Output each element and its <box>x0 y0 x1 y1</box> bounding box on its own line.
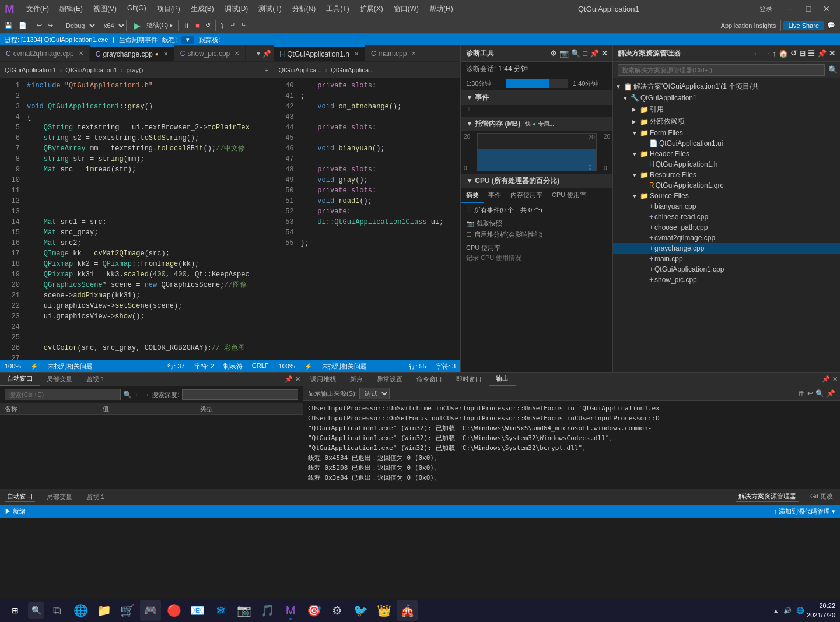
filter-icon[interactable]: ☰ <box>466 206 472 214</box>
search-icon[interactable]: 🔍 <box>123 391 132 399</box>
tab-show-pic[interactable]: C show_pic.cpp ✕ <box>174 45 246 61</box>
taskbar-icon-16[interactable]: 👑 <box>373 600 394 621</box>
menu-window[interactable]: 窗口(W) <box>389 3 424 15</box>
tab-immediate[interactable]: 即时窗口 <box>449 373 489 386</box>
sol-refresh-icon[interactable]: ↺ <box>790 49 797 58</box>
taskbar-icon-15[interactable]: 🐦 <box>350 600 371 621</box>
tab-graychange[interactable]: C graychange.cpp ● ✕ <box>90 45 174 61</box>
tree-chinese-read-cpp[interactable]: + chinese-read.cpp <box>613 212 840 222</box>
btab-locals[interactable]: 局部变量 <box>44 493 75 501</box>
run-button[interactable]: ▶ <box>132 20 143 31</box>
output-find-icon[interactable]: 🔍 <box>816 389 824 398</box>
tree-main-cpp[interactable]: + main.cpp <box>613 254 840 264</box>
tree-h-file[interactable]: H QtGuiApplication1.h <box>613 159 840 170</box>
menu-view[interactable]: 视图(V) <box>89 3 121 15</box>
tree-project[interactable]: ▼ 🔧 QtGuiApplication1 <box>613 93 840 103</box>
tab-close-icon[interactable]: ✕ <box>411 50 416 57</box>
tab-new-point[interactable]: 新点 <box>343 373 370 386</box>
tree-ui-file[interactable]: 📄 QtGuiApplication1.ui <box>613 138 840 149</box>
restart-button[interactable]: ↺ <box>203 20 213 30</box>
close-button[interactable]: ✕ <box>818 1 835 17</box>
output-close-icon[interactable]: ✕ <box>832 375 838 383</box>
tab-locals[interactable]: 局部变量 <box>40 373 79 386</box>
tray-volume-icon[interactable]: 🔊 <box>783 607 792 614</box>
breadcrumb-method[interactable]: gray() <box>127 66 144 73</box>
tree-header-files[interactable]: ▼ 📁 Header Files <box>613 149 840 159</box>
taskbar-store[interactable]: 🛒 <box>117 600 138 621</box>
output-pin-icon[interactable]: 📌 <box>822 375 830 383</box>
tab-close-icon[interactable]: ✕ <box>163 51 168 57</box>
tab-output[interactable]: 输出 <box>489 373 516 386</box>
taskbar-task-view[interactable]: ⧉ <box>47 600 68 621</box>
menu-analyze[interactable]: 分析(N) <box>288 3 321 15</box>
search-icon[interactable]: 🔍 <box>828 65 838 74</box>
tree-show-pic-cpp[interactable]: + show_pic.cpp <box>613 275 840 285</box>
taskbar-icon-14[interactable]: ⚙ <box>327 600 348 621</box>
tray-arrow-icon[interactable]: ▲ <box>773 607 779 614</box>
tree-external-deps[interactable]: ▶ 📁 外部依赖项 <box>613 115 840 128</box>
autos-pin-icon[interactable]: 📌 <box>285 375 293 383</box>
tree-bianyuan-cpp[interactable]: + bianyuan.cpp <box>613 201 840 212</box>
menu-file[interactable]: 文件(F) <box>22 3 54 15</box>
tree-resource-files[interactable]: ▼ 📁 Resource Files <box>613 170 840 180</box>
debug-mode-select[interactable]: Debug <box>61 20 97 31</box>
start-button[interactable]: ⊞ <box>5 600 26 621</box>
tab-main-cpp[interactable]: C main.cpp ✕ <box>365 45 424 61</box>
diag-expand-icon[interactable]: □ <box>583 49 587 58</box>
step-into[interactable]: ⤶ <box>228 20 237 30</box>
tab-close-icon[interactable]: ✕ <box>354 51 359 57</box>
minimize-button[interactable]: ─ <box>782 1 799 17</box>
menu-git[interactable]: Git(G) <box>123 3 151 15</box>
maximize-button[interactable]: □ <box>800 1 817 17</box>
taskbar-icon-6[interactable]: 🎮 <box>140 600 161 621</box>
tab-command[interactable]: 命令窗口 <box>410 373 449 386</box>
pause-button[interactable]: ⏸ <box>181 21 192 30</box>
diag-settings-icon[interactable]: ⚙ <box>550 49 557 58</box>
sol-pin-icon[interactable]: 📌 <box>817 49 827 58</box>
btab-solution-explorer[interactable]: 解决方案资源管理器 <box>736 492 799 502</box>
taskbar-edge[interactable]: 🌐 <box>70 600 91 621</box>
checkbox-icon[interactable]: ☐ <box>466 231 472 238</box>
tree-graychange-cpp[interactable]: + graychange.cpp <box>613 243 840 254</box>
tab-close-icon[interactable]: ✕ <box>235 50 239 57</box>
menu-project[interactable]: 项目(P) <box>152 3 185 15</box>
tab-qtguiapplication-h[interactable]: H QtGuiApplication1.h ✕ <box>274 45 365 61</box>
platform-select[interactable]: x64 <box>99 20 127 31</box>
menu-test[interactable]: 测试(T) <box>254 3 286 15</box>
breadcrumb-class2[interactable]: QtGuiApplica... <box>331 66 374 73</box>
sol-back-icon[interactable]: ← <box>753 49 761 58</box>
breadcrumb-class[interactable]: QtGuiApplication1 <box>65 66 117 73</box>
thread-label[interactable]: 线程: <box>162 36 177 44</box>
tree-qrc-file[interactable]: R QtGuiApplication1.qrc <box>613 180 840 191</box>
autos-close-icon[interactable]: ✕ <box>295 375 300 383</box>
tree-cvmat2qtimage-cpp[interactable]: + cvmat2qtimage.cpp <box>613 233 840 243</box>
taskbar-icon-10[interactable]: 📷 <box>233 600 254 621</box>
left-code-editor[interactable]: 1 #include "QtGuiApplication1.h" 2 3 voi… <box>0 78 274 360</box>
thread-dropdown[interactable]: ▾ <box>181 36 194 44</box>
diag-tab-events[interactable]: 事件 <box>484 188 506 203</box>
breadcrumb-class1[interactable]: QtGuiApplica... <box>279 66 322 73</box>
tree-source-files[interactable]: ▼ 📁 Source Files <box>613 191 840 201</box>
toolbar-new[interactable]: 📄 <box>16 20 29 30</box>
right-code-editor[interactable]: 40 private slots: 41 ; 42 void on_btncha… <box>274 78 460 360</box>
taskbar-search-button[interactable]: 🔍 <box>28 602 44 619</box>
tab-watch1[interactable]: 监视 1 <box>79 373 111 386</box>
nav-back-icon[interactable]: ← <box>134 391 141 398</box>
tree-root[interactable]: ▼ 📋 解决方案'QtGuiApplication1'(1 个项目/共 <box>613 80 840 93</box>
login-button[interactable]: 登录 <box>760 5 772 13</box>
toolbar-save[interactable]: 💾 <box>2 20 15 30</box>
taskbar-clock[interactable]: 20:22 2021/7/20 <box>807 601 835 620</box>
output-pin-icon[interactable]: 📌 <box>827 389 835 398</box>
menu-debug[interactable]: 调试(D) <box>220 3 253 15</box>
run-label[interactable]: 继续(C) ▸ <box>144 20 176 31</box>
menu-help[interactable]: 帮助(H) <box>425 3 458 15</box>
output-wrap-icon[interactable]: ↩ <box>807 389 813 398</box>
tab-cvmat2qtimage[interactable]: C cvmat2qtimage.cpp ✕ <box>0 45 90 61</box>
taskbar-icon-8[interactable]: 📧 <box>187 600 208 621</box>
tree-choose-path-cpp[interactable]: + choose_path.cpp <box>613 222 840 233</box>
taskbar-icon-7[interactable]: 🔴 <box>163 600 184 621</box>
taskbar-explorer[interactable]: 📁 <box>93 600 114 621</box>
output-clear-icon[interactable]: 🗑 <box>798 389 805 398</box>
tab-exception[interactable]: 异常设置 <box>370 373 410 386</box>
live-share-button[interactable]: Live Share <box>783 21 824 30</box>
